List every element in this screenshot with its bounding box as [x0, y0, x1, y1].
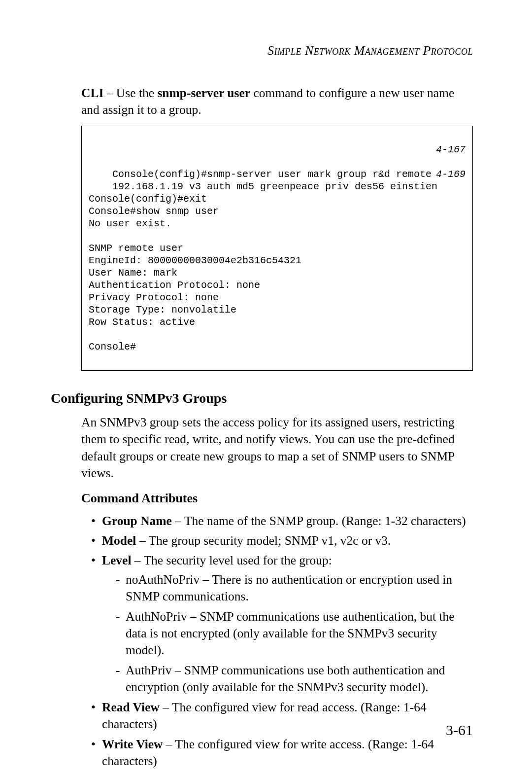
- attr-model-label: Model: [102, 533, 136, 548]
- page-ref-2: 4-169: [436, 168, 466, 180]
- attr-level: Level – The security level used for the …: [91, 552, 473, 696]
- level-authpriv: AuthPriv – SNMP communications use both …: [116, 662, 473, 696]
- attr-group-name-text: – The name of the SNMP group. (Range: 1-…: [172, 514, 466, 528]
- cli-output-box: 4-167 4-169 Console(config)#snmp-server …: [81, 126, 473, 371]
- attr-level-text: – The security level used for the group:: [131, 553, 332, 567]
- attr-write-view-label: Write View: [102, 737, 163, 751]
- cli-label: CLI: [81, 86, 103, 100]
- level-sublist: noAuthNoPriv – There is no authenticatio…: [116, 571, 473, 696]
- section-body: An SNMPv3 group sets the access policy f…: [81, 414, 473, 482]
- attr-group-name-label: Group Name: [102, 514, 172, 528]
- attr-read-view-label: Read View: [102, 700, 160, 714]
- level-noauthnopriv: noAuthNoPriv – There is no authenticatio…: [116, 571, 473, 605]
- attr-group-name: Group Name – The name of the SNMP group.…: [91, 513, 473, 529]
- cli-intro: CLI – Use the snmp-server user command t…: [81, 85, 473, 119]
- attr-read-view: Read View – The configured view for read…: [91, 699, 473, 733]
- attr-write-view: Write View – The configured view for wri…: [91, 736, 473, 770]
- section-heading: Configuring SNMPv3 Groups: [51, 390, 473, 406]
- cli-text-1: – Use the: [103, 86, 157, 100]
- running-header: Simple Network Management Protocol: [81, 43, 473, 58]
- attributes-list: Group Name – The name of the SNMP group.…: [91, 513, 473, 770]
- cli-command: snmp-server user: [157, 86, 250, 100]
- attr-model-text: – The group security model; SNMP v1, v2c…: [136, 533, 391, 548]
- command-attributes-heading: Command Attributes: [81, 491, 473, 506]
- cli-output-text: Console(config)#snmp-server user mark gr…: [89, 169, 437, 352]
- attr-level-label: Level: [102, 553, 131, 567]
- page-ref-1: 4-167: [436, 143, 466, 156]
- page: Simple Network Management Protocol CLI –…: [0, 0, 532, 774]
- level-authnopriv: AuthNoPriv – SNMP communications use aut…: [116, 608, 473, 659]
- page-number: 3-61: [446, 722, 473, 739]
- attr-model: Model – The group security model; SNMP v…: [91, 532, 473, 549]
